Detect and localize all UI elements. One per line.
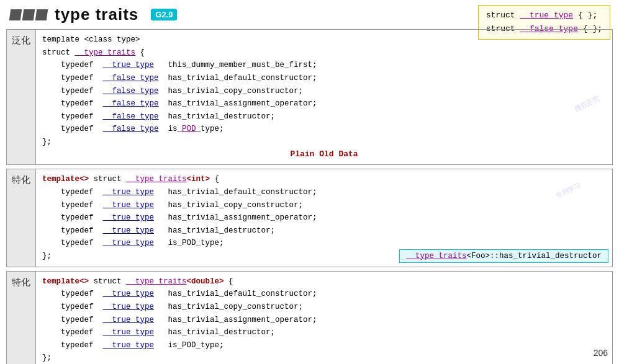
icon-block-1 (9, 9, 22, 20)
section-code-generalization: template <class type> struct __type_trai… (36, 30, 612, 164)
plain-old-data-label: Plain Old Data (42, 148, 606, 161)
section-generalization: 泛化 template <class type> struct __type_t… (6, 29, 613, 165)
spec-int-line-6: typedef __true_type is_POD_type; (42, 237, 606, 250)
code-line-4: typedef __false_type has_trivial_default… (42, 72, 606, 85)
tooltip-trivial-destructor: __type_traits<Foo>::has_trivial_destruct… (399, 249, 608, 263)
spec-int-line-1: template<> struct __type_traits<int> { (42, 173, 606, 186)
spec-int-line-5: typedef __true_type has_trivial_destruct… (42, 224, 606, 237)
icon-block-3 (35, 9, 48, 20)
icon-block-2 (22, 9, 35, 20)
spec-dbl-line-6: typedef __true_type is_POD_type; (42, 339, 606, 352)
spec-int-line-2: typedef __true_type has_trivial_default_… (42, 186, 606, 199)
section-label-specialization-int: 特化 (7, 169, 36, 266)
spec-dbl-line-7: }; (42, 352, 606, 364)
spec-dbl-line-1: template<> struct __type_traits<double> … (42, 275, 606, 288)
spec-int-line-3: typedef __true_type has_trivial_copy_con… (42, 199, 606, 212)
code-line-5: typedef __false_type has_trivial_copy_co… (42, 85, 606, 98)
section-label-specialization-double: 特化 (7, 272, 36, 364)
section-specialization-int: 特化 template<> struct __type_traits<int> … (6, 169, 613, 267)
code-line-6: typedef __false_type has_trivial_assignm… (42, 97, 606, 110)
section-label-generalization: 泛化 (7, 30, 36, 164)
spec-dbl-line-3: typedef __true_type has_trivial_copy_con… (42, 301, 606, 314)
spec-dbl-line-2: typedef __true_type has_trivial_default_… (42, 288, 606, 301)
code-line-2: struct __type_traits { (42, 47, 606, 60)
spec-dbl-line-5: typedef __true_type has_trivial_destruct… (42, 326, 606, 339)
section-specialization-double: 特化 template<> struct __type_traits<doubl… (6, 271, 613, 364)
code-line-3: typedef __true_type this_dummy_member_mu… (42, 59, 606, 72)
section-code-specialization-double: template<> struct __type_traits<double> … (36, 272, 612, 364)
spec-int-line-4: typedef __true_type has_trivial_assignme… (42, 211, 606, 224)
code-line-8: typedef __false_type is_POD_type; (42, 123, 606, 136)
header-icons (10, 9, 47, 20)
code-line-7: typedef __false_type has_trivial_destruc… (42, 110, 606, 123)
page-number: 206 (594, 348, 608, 358)
spec-dbl-line-4: typedef __true_type has_trivial_assignme… (42, 314, 606, 327)
g29-badge: G2.9 (151, 9, 177, 20)
page-title: type traits (55, 5, 138, 24)
code-line-9: }; (42, 136, 606, 149)
code-line-1: template <class type> (42, 33, 606, 47)
